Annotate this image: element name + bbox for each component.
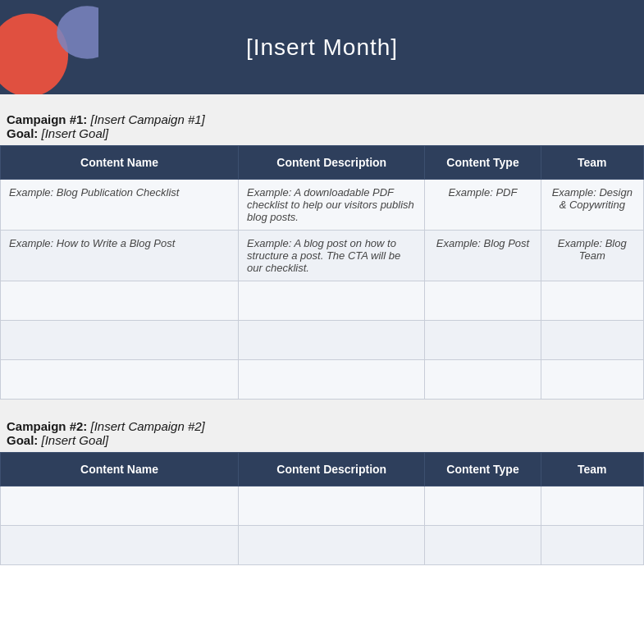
campaign-1-goal: Goal: [Insert Goal] [7, 126, 637, 140]
row-1-description: Example: A downloadable PDF checklist to… [239, 180, 425, 231]
empty-content-type [425, 281, 541, 321]
campaign-2-header: Campaign #2: [Insert Campaign #2] Goal: … [0, 411, 644, 452]
empty-content-type [425, 526, 541, 565]
empty-name [1, 526, 239, 565]
decorative-blobs [0, 0, 98, 94]
page-header: [Insert Month] [0, 0, 644, 94]
empty-name [1, 360, 239, 400]
campaign-1-header-row: Content Name Content Description Content… [1, 146, 644, 180]
col-header-content-type: Content Type [425, 146, 541, 180]
table-row [1, 526, 644, 565]
section-divider [0, 400, 644, 411]
table-row: Example: How to Write a Blog Post Exampl… [1, 231, 644, 281]
page-title: [Insert Month] [246, 34, 398, 61]
empty-name [1, 486, 239, 526]
campaign-1-section: Campaign #1: [Insert Campaign #1] Goal: … [0, 104, 644, 400]
row-2-name: Example: How to Write a Blog Post [1, 231, 239, 281]
col-header-team: Team [541, 146, 643, 180]
col-header-description: Content Description [239, 453, 425, 486]
empty-team [541, 526, 643, 565]
row-2-description: Example: A blog post on how to structure… [239, 231, 425, 281]
campaign-2-section: Campaign #2: [Insert Campaign #2] Goal: … [0, 411, 644, 565]
empty-team [541, 360, 643, 400]
empty-content-type [425, 486, 541, 526]
row-1-content-type: Example: PDF [425, 180, 541, 231]
empty-team [541, 321, 643, 360]
row-2-content-type: Example: Blog Post [425, 231, 541, 281]
col-header-name: Content Name [1, 453, 239, 486]
empty-description [239, 486, 425, 526]
table-row [1, 321, 644, 360]
col-header-content-type: Content Type [425, 453, 541, 486]
row-2-team: Example: Blog Team [541, 231, 643, 281]
row-1-name: Example: Blog Publication Checklist [1, 180, 239, 231]
empty-description [239, 321, 425, 360]
table-row: Example: Blog Publication Checklist Exam… [1, 180, 644, 231]
empty-name [1, 281, 239, 321]
table-row [1, 281, 644, 321]
header-divider [0, 94, 644, 104]
empty-description [239, 360, 425, 400]
empty-description [239, 526, 425, 565]
col-header-name: Content Name [1, 146, 239, 180]
row-1-team: Example: Design & Copywriting [541, 180, 643, 231]
campaign-1-title: Campaign #1: [Insert Campaign #1] [7, 112, 637, 126]
campaign-2-title: Campaign #2: [Insert Campaign #2] [7, 419, 637, 433]
campaign-1-header: Campaign #1: [Insert Campaign #1] Goal: … [0, 104, 644, 145]
col-header-description: Content Description [239, 146, 425, 180]
campaign-1-table: Content Name Content Description Content… [0, 145, 644, 400]
empty-description [239, 281, 425, 321]
empty-name [1, 321, 239, 360]
campaign-2-goal: Goal: [Insert Goal] [7, 433, 637, 447]
table-row [1, 360, 644, 400]
empty-team [541, 486, 643, 526]
campaign-2-header-row: Content Name Content Description Content… [1, 453, 644, 486]
col-header-team: Team [541, 453, 643, 486]
campaign-2-table: Content Name Content Description Content… [0, 452, 644, 565]
empty-content-type [425, 360, 541, 400]
table-row [1, 486, 644, 526]
empty-team [541, 281, 643, 321]
empty-content-type [425, 321, 541, 360]
